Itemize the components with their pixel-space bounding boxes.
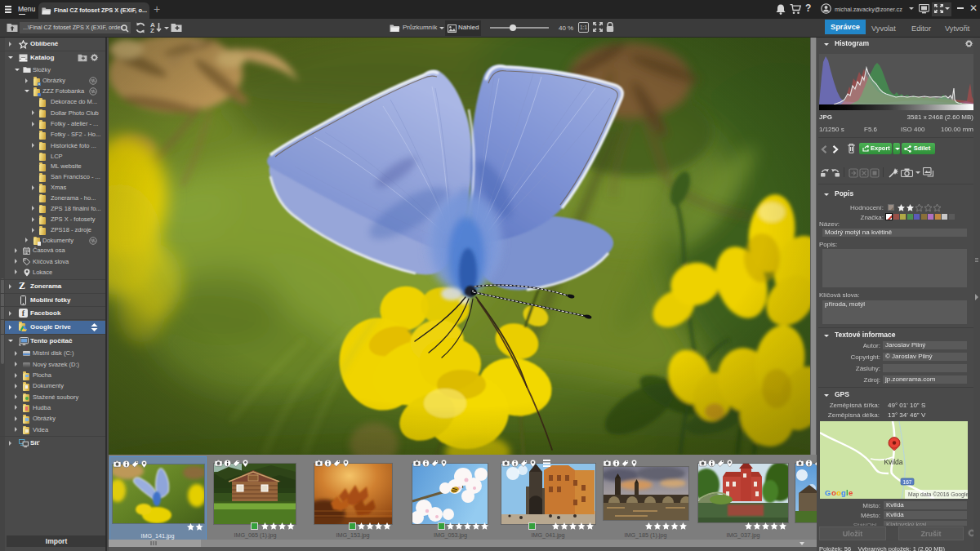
svg-text:G: G xyxy=(825,488,831,497)
svg-text:Kvilda: Kvilda xyxy=(884,458,902,466)
svg-text:167: 167 xyxy=(903,479,912,485)
svg-text:e: e xyxy=(849,488,853,497)
svg-text:Map data ©2016 Google: Map data ©2016 Google xyxy=(908,491,968,498)
